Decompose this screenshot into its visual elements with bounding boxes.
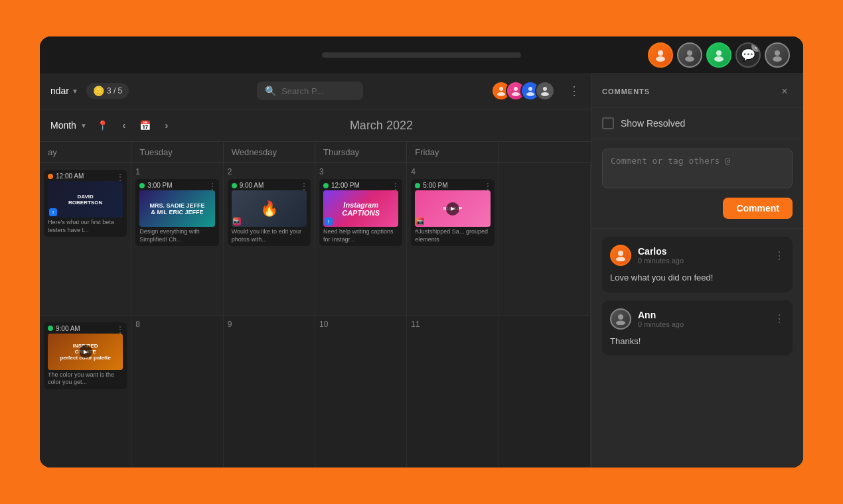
event-menu-icon[interactable]: ⋮ [484,182,492,191]
title-bar-handle [322,52,521,58]
comment-user-info: Ann 0 minutes ago [610,308,684,330]
svg-point-8 [499,87,503,91]
svg-point-0 [658,50,663,56]
event-desc: Would you like to edit your photos with.… [232,228,307,243]
calendar-area: ndar ▼ 🪙 3 / 5 🔍 Search P... [40,73,591,468]
event-dot-icon [48,174,53,179]
event-time: 9:00 AM ⋮ [48,325,123,332]
comment-user-row: Ann 0 minutes ago ⋮ [610,308,785,330]
comment-user-details: Carlos 0 minutes ago [638,246,684,265]
comment-count-badge: 2 [751,42,761,52]
day-header-sat [499,142,591,162]
calendar-cell-sat4 [499,163,591,316]
event-card[interactable]: 3:00 PM ⋮ MRS. SADIE JEFFE& MIL ERIC JEF… [135,179,218,246]
cell-date: 11 [411,320,494,329]
calendar-cell-tue1: 1 3:00 PM ⋮ MRS. SADIE JEFFE& MIL ERIC J… [131,163,223,316]
event-desc: The color you want is the color you get.… [48,371,123,387]
comments-header: COMMENTS × [591,73,803,108]
calendar-cell-thu10: 10 [315,316,407,468]
location-pin-icon[interactable]: 📍 [94,116,112,135]
event-menu-icon[interactable]: ⋮ [392,182,400,191]
day-header-thu: Thursday [315,142,407,162]
event-time-text: 5:00 PM [423,182,447,189]
event-dot-icon [139,183,145,188]
more-options-button[interactable]: ⋮ [568,84,580,98]
event-time: 3:00 PM ⋮ [139,182,214,189]
event-thumbnail: INSPIREDCREATEperfect color palette ▶ [48,334,123,370]
svg-point-15 [541,92,549,96]
calendar-body: 12:00 AM ⋮ DAVIDROBERTSON f Here's what … [40,163,591,468]
event-time: 5:00 PM ⋮ [415,182,490,189]
event-menu-icon[interactable]: ⋮ [208,182,216,191]
calendar-month: March [350,119,383,132]
team-avatars [491,81,555,101]
event-menu-icon[interactable]: ⋮ [116,172,124,182]
event-time: 12:00 PM ⋮ [323,182,398,189]
comment-submit-button[interactable]: Comment [723,198,793,219]
svg-point-12 [528,87,532,91]
comment-text: Love what you did on feed! [610,271,785,284]
calendar-icon[interactable]: 📅 [136,116,155,135]
cell-date: 1 [135,167,218,176]
calendar-cell-sun2: 9:00 AM ⋮ INSPIREDCREATEperfect color pa… [40,316,131,468]
event-time: 12:00 AM ⋮ [48,172,123,180]
comments-title: COMMENTS [602,88,650,95]
cell-date: 8 [135,320,218,329]
prev-month-button[interactable]: ‹ [115,116,133,135]
event-card[interactable]: 9:00 AM ⋮ 🔥 📷 Would you like to edit you… [228,179,311,246]
comment-input[interactable] [602,149,793,188]
instagram-icon: 📷 [233,218,241,225]
event-thumbnail: SUMUP ▶ 📷 [415,190,490,227]
close-button[interactable]: × [777,84,793,99]
show-resolved-row: Show Resolved [591,108,803,139]
comment-text: Thanks! [610,335,785,348]
calendar-cell-wed2: 2 9:00 AM ⋮ 🔥 📷 Would you like [224,163,315,316]
search-icon: 🔍 [265,86,276,96]
facebook-icon: f [325,218,333,225]
svg-point-17 [616,257,625,262]
top-avatar-group: 💬 2 [648,42,790,68]
day-header-wed: Wednesday [224,142,315,162]
avatar-user2[interactable] [677,42,702,68]
main-content: ndar ▼ 🪙 3 / 5 🔍 Search P... [40,73,803,468]
play-icon: ▶ [446,202,459,216]
comment-item: Carlos 0 minutes ago ⋮ Love what you did… [602,237,793,292]
comment-username: Ann [638,310,684,320]
event-card[interactable]: 9:00 AM ⋮ INSPIREDCREATEperfect color pa… [44,322,127,389]
svg-point-6 [775,50,780,56]
next-month-button[interactable]: › [157,116,176,135]
event-card[interactable]: 5:00 PM ⋮ SUMUP ▶ 📷 #Justshipped Sa... g… [411,179,494,246]
event-menu-icon[interactable]: ⋮ [116,325,124,334]
avatar-user3[interactable] [706,42,731,68]
calendar-year: 2022 [386,119,413,132]
calendar-nav-dropdown[interactable]: ndar ▼ [50,86,78,96]
event-time-text: 12:00 AM [56,172,84,180]
calendar-cell-sat11 [499,316,591,468]
cell-date: 9 [228,320,311,329]
comment-user-info: Carlos 0 minutes ago [610,245,684,266]
avatar-user1[interactable] [648,42,673,68]
event-dot-icon [232,183,237,188]
calendar-cell-wed9: 9 [224,316,315,468]
day-header-fri: Friday [407,142,498,162]
page-counter: 🪙 3 / 5 [86,83,129,99]
comment-user-details: Ann 0 minutes ago [638,310,684,328]
comment-more-button[interactable]: ⋮ [774,312,785,325]
month-selector[interactable]: Month ▼ [50,120,87,131]
team-avatar-4[interactable] [535,81,555,101]
svg-point-16 [618,251,623,256]
avatar-user4[interactable] [765,42,790,68]
comment-timestamp: 0 minutes ago [638,257,684,265]
show-resolved-label: Show Resolved [621,118,685,129]
event-card[interactable]: 12:00 PM ⋮ InstagramCAPTIONS f Need help… [319,179,402,246]
calendar-controls: Month ▼ 📍 ‹ 📅 › March 2022 [40,109,591,142]
comment-more-button[interactable]: ⋮ [774,249,785,262]
cell-date: 4 [411,167,494,176]
event-desc: Design everything with Simplified! Ch... [139,228,214,243]
svg-point-13 [526,92,534,96]
avatar-chat[interactable]: 💬 2 [735,42,761,68]
event-menu-icon[interactable]: ⋮ [300,182,308,191]
show-resolved-checkbox[interactable] [602,117,614,129]
search-input-wrapper[interactable]: 🔍 Search P... [257,82,363,100]
event-card[interactable]: 12:00 AM ⋮ DAVIDROBERTSON f Here's what … [44,170,127,237]
